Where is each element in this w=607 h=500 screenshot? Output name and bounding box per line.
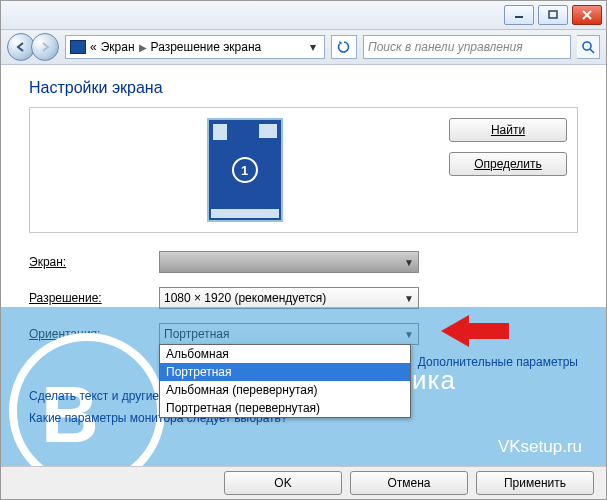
orientation-option[interactable]: Портретная (160, 363, 410, 381)
orientation-option[interactable]: Портретная (перевернутая) (160, 399, 410, 417)
ok-button[interactable]: OK (224, 471, 342, 495)
chevron-down-icon: ▼ (404, 329, 414, 340)
window-frame: « Экран ▶ Разрешение экрана ▾ Поиск в па… (0, 0, 607, 500)
content-area: Настройки экрана 1 Найти Определить Экра… (1, 63, 606, 467)
label-screen: Экран: (29, 255, 66, 269)
search-placeholder: Поиск в панели управления (368, 40, 523, 54)
label-resolution: Разрешение: (29, 291, 102, 305)
orientation-select[interactable]: Портретная ▼ (159, 323, 419, 345)
orientation-option[interactable]: Альбомная (перевернутая) (160, 381, 410, 399)
search-input[interactable]: Поиск в панели управления (363, 35, 571, 59)
resolution-select-value: 1080 × 1920 (рекомендуется) (164, 291, 326, 305)
find-button[interactable]: Найти (449, 118, 567, 142)
svg-rect-1 (549, 11, 557, 18)
red-arrow-annotation (441, 311, 511, 354)
row-resolution: Разрешение: 1080 × 1920 (рекомендуется) … (29, 287, 578, 309)
orientation-dropdown: АльбомнаяПортретнаяАльбомная (перевернут… (159, 344, 411, 418)
breadcrumb-node-2[interactable]: Разрешение экрана (151, 40, 262, 54)
address-dropdown-icon[interactable]: ▾ (306, 40, 320, 54)
breadcrumb-sep-icon: ▶ (139, 42, 147, 53)
refresh-button[interactable] (331, 35, 357, 59)
search-icon[interactable] (577, 35, 600, 59)
forward-button[interactable] (31, 33, 59, 61)
text-size-link[interactable]: Сделать текст и другие (29, 389, 159, 403)
cancel-button[interactable]: Отмена (350, 471, 468, 495)
nav-bar: « Экран ▶ Разрешение экрана ▾ Поиск в па… (1, 30, 606, 65)
title-bar (1, 1, 606, 30)
svg-marker-6 (441, 315, 509, 347)
orientation-option[interactable]: Альбомная (160, 345, 410, 363)
dialog-footer: OK Отмена Применить (1, 466, 606, 499)
svg-point-4 (583, 42, 591, 50)
advanced-settings-link[interactable]: Дополнительные параметры (418, 355, 578, 369)
maximize-button[interactable] (538, 5, 568, 25)
address-bar[interactable]: « Экран ▶ Разрешение экрана ▾ (65, 35, 325, 59)
monitor-number-badge: 1 (232, 157, 258, 183)
chevron-down-icon: ▼ (404, 293, 414, 304)
row-screen: Экран: ▼ (29, 251, 578, 273)
label-orientation: Ориентация: (29, 327, 100, 341)
apply-button[interactable]: Применить (476, 471, 594, 495)
breadcrumb-pre: « (90, 40, 97, 54)
monitor-preview-box: 1 Найти Определить (29, 107, 578, 233)
close-button[interactable] (572, 5, 602, 25)
screen-select[interactable]: ▼ (159, 251, 419, 273)
screen-icon (70, 40, 86, 54)
detect-button[interactable]: Определить (449, 152, 567, 176)
monitor-thumbnail[interactable]: 1 (207, 118, 283, 222)
svg-line-5 (590, 49, 594, 53)
page-title: Настройки экрана (29, 79, 578, 97)
breadcrumb-node-1[interactable]: Экран (101, 40, 135, 54)
chevron-down-icon: ▼ (404, 257, 414, 268)
resolution-select[interactable]: 1080 × 1920 (рекомендуется) ▼ (159, 287, 419, 309)
orientation-select-value: Портретная (164, 327, 229, 341)
minimize-button[interactable] (504, 5, 534, 25)
